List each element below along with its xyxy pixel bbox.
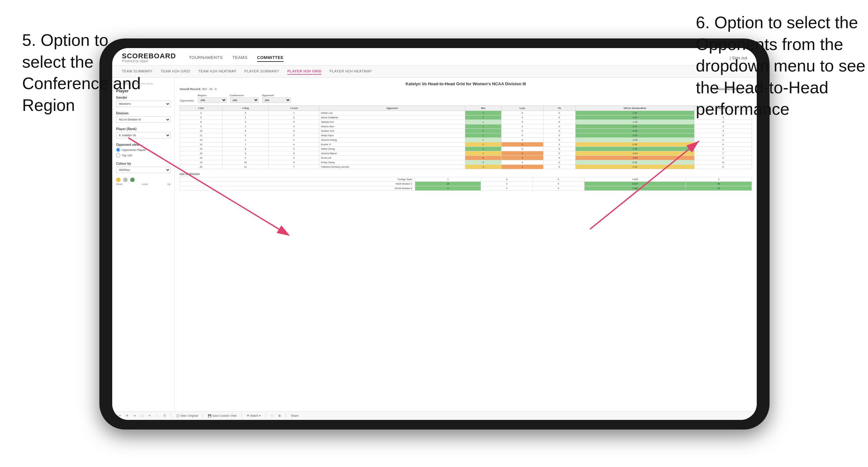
td-conf: 5	[269, 133, 319, 138]
td-diff: -0.94	[575, 151, 694, 156]
td-loss: 0	[501, 115, 544, 120]
td-rounds: 4	[694, 147, 752, 151]
td-diff: 3.33	[575, 133, 694, 138]
toolbar-timer[interactable]: ⏱	[163, 414, 166, 417]
opponent-filter-group: Opponent (All)	[262, 94, 291, 103]
td-rounds: 11	[694, 160, 752, 165]
ood-td-rounds: 2	[686, 177, 752, 182]
legend-dot-level	[123, 178, 128, 182]
toolbar-grid[interactable]: ⊞	[278, 414, 281, 417]
out-of-division-table: Foreign Team 1 0 0 4.500 2 NAIA Division…	[180, 177, 752, 191]
td-diff: 1.25	[575, 147, 694, 151]
legend-down: Down	[116, 183, 123, 186]
radio-opponents-played[interactable]: Opponents Played	[116, 148, 170, 152]
colour-select[interactable]: Win/loss	[116, 167, 170, 173]
toolbar-refresh[interactable]: ⟳	[126, 414, 129, 417]
td-reg: 1	[222, 124, 268, 129]
filter-row: Opponents: Region (All) Conference (All)	[180, 94, 752, 103]
td-conf: 6	[269, 160, 319, 165]
table-row: 20 11 7 Federica Domecq Lacroze 2 1 0 1.…	[180, 165, 752, 169]
td-tie: 0	[544, 165, 576, 169]
toolbar-share[interactable]: Share	[291, 414, 299, 417]
toolbar-view-original[interactable]: 📋 View: Original	[176, 414, 198, 417]
sidebar-player-rank-section: Player (Rank) 8. Katelyn Vo	[116, 127, 170, 138]
td-loss: 0	[501, 111, 544, 115]
nav-player-h2h-grid[interactable]: PLAYER H2H GRID	[287, 68, 321, 75]
toolbar-more[interactable]: ···	[156, 414, 158, 417]
ood-td-diff: 4.500	[584, 177, 686, 182]
td-loss: 2	[501, 142, 544, 147]
region-filter-select[interactable]: (All)	[198, 97, 227, 103]
td-div: 3	[180, 111, 222, 115]
td-conf: 1	[269, 138, 319, 142]
col-loss: Loss	[501, 106, 544, 111]
radio-opponents-played-input[interactable]	[116, 148, 120, 152]
td-div: 19	[180, 160, 222, 165]
toolbar-save-view[interactable]: 💾 Save Custom View	[208, 414, 236, 417]
toolbar-redo[interactable]: ↪	[133, 414, 136, 417]
radio-top100-input[interactable]	[116, 153, 120, 157]
col-reg: # Reg	[222, 106, 268, 111]
td-win: 1	[465, 111, 501, 115]
td-diff: -3.00	[575, 138, 694, 142]
legend-up: Up	[167, 183, 170, 186]
nav-teams[interactable]: TEAMS	[232, 54, 248, 62]
main-content: Last Updated: 27/03/2024 19:44 Player Ge…	[112, 77, 757, 411]
ood-td-opponent: NAIA Division 1	[180, 182, 415, 186]
radio-top100[interactable]: Top 100	[116, 153, 170, 157]
toolbar-cut[interactable]: ✂	[149, 414, 151, 417]
ood-table-row: Foreign Team 1 0 0 4.500 2	[180, 177, 752, 182]
td-win: 0	[465, 156, 501, 160]
td-conf: 5	[269, 147, 319, 151]
td-loss: 0	[501, 147, 544, 151]
annotation-right: 6. Option to select the Opponents from t…	[696, 12, 868, 120]
td-win: 2	[465, 142, 501, 147]
td-tie: 0	[544, 151, 576, 156]
td-win: 2	[465, 129, 501, 133]
td-diff: 1.33	[575, 165, 694, 169]
player-rank-select[interactable]: 8. Katelyn Vo	[116, 132, 170, 138]
legend-dot-down	[116, 178, 121, 182]
td-tie: 0	[544, 138, 576, 142]
toolbar-undo[interactable]: ↩	[119, 414, 121, 417]
td-opponent: Esther Lee	[319, 111, 465, 115]
toolbar-copy[interactable]: ⬚	[141, 414, 144, 417]
tablet-shell: SCOREBOARD Powered by clippd TOURNAMENTS…	[99, 38, 770, 430]
td-reg: 1	[222, 138, 268, 142]
td-opponent: Euna Lee	[319, 156, 465, 160]
ood-table-row: NAIA Division 1 15 0 0 9.267 30	[180, 182, 752, 186]
td-loss: 1	[501, 165, 544, 169]
td-conf: 2	[269, 156, 319, 160]
sidebar-opponent-view-label: Opponent view	[116, 143, 170, 147]
toolbar-watch[interactable]: 👁 Watch ▾	[247, 414, 261, 417]
toolbar-layout[interactable]: ⬚	[271, 414, 274, 417]
nav-team-h2h-grid[interactable]: TEAM H2H GRID	[161, 68, 190, 75]
td-reg: 3	[222, 120, 268, 124]
td-reg: 7	[222, 142, 268, 147]
td-conf: 2	[269, 115, 319, 120]
td-reg: 11	[222, 165, 268, 169]
annotation-left-text: 5. Option to select the Conference and R…	[22, 31, 141, 115]
td-loss: 3	[501, 156, 544, 160]
nav-team-h2h-heatmap[interactable]: TEAM H2H HEATMAP	[198, 68, 236, 75]
division-select[interactable]: NCAA Division III	[116, 116, 170, 123]
out-of-division-header: Out of division	[180, 173, 752, 176]
td-opponent: Federica Domecq Lacroze	[319, 165, 465, 169]
table-row: 9 1 4 Sharon Mun 1 0 0 3.67 3	[180, 124, 752, 129]
nav-committee[interactable]: COMMITTEE	[257, 54, 284, 62]
sidebar: Last Updated: 27/03/2024 19:44 Player Ge…	[112, 77, 175, 411]
table-row: 6 3 3 Sydney Kuo 1 0 0 -1.00 3	[180, 120, 752, 124]
conference-filter-select[interactable]: (All)	[230, 97, 259, 103]
td-reg: 2	[222, 115, 268, 120]
conference-filter-group: Conference (All)	[230, 94, 259, 103]
opponent-filter-select[interactable]: (All)	[262, 97, 291, 103]
nav-player-summary[interactable]: PLAYER SUMMARY	[244, 68, 279, 75]
td-opponent: Sharon Mun	[319, 124, 465, 129]
td-div: 20	[180, 165, 222, 169]
nav-player-h2h-heatmap[interactable]: PLAYER H2H HEATMAP	[330, 68, 372, 75]
td-conf: 1	[269, 111, 319, 115]
nav-items: TOURNAMENTS TEAMS COMMITTEE	[189, 54, 717, 62]
nav-tournaments[interactable]: TOURNAMENTS	[189, 54, 223, 62]
td-conf: 7	[269, 165, 319, 169]
td-div: 13	[180, 138, 222, 142]
